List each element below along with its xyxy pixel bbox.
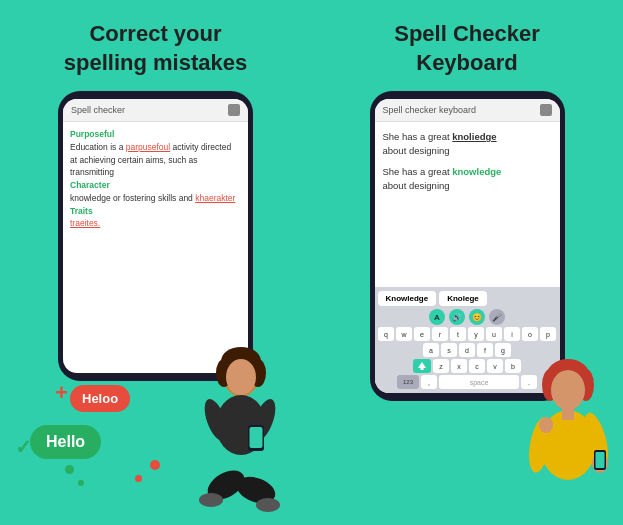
- left-phone: Spell checker Purposeful Education is a …: [58, 91, 253, 381]
- left-panel: Correct yourspelling mistakes Spell chec…: [0, 0, 311, 525]
- svg-point-13: [256, 498, 280, 512]
- key-voice-icon[interactable]: 🎤: [489, 309, 505, 325]
- key-emoji-icon[interactable]: 😊: [469, 309, 485, 325]
- wrong-word-1: parpusefoul: [126, 142, 170, 152]
- key-r[interactable]: r: [432, 327, 448, 341]
- key-e[interactable]: e: [414, 327, 430, 341]
- correct-rest: about designing: [383, 180, 450, 191]
- line2-text: at achieving certain aims, such as trans…: [70, 155, 198, 178]
- key-o[interactable]: o: [522, 327, 538, 341]
- key-space[interactable]: space: [439, 375, 519, 389]
- correct-sentence-start: She has a great: [383, 166, 453, 177]
- key-p[interactable]: p: [540, 327, 556, 341]
- line1-text: Education is a parpusefoul activity dire…: [70, 142, 231, 152]
- icon-row: A 🔊 😊 🎤: [378, 309, 557, 325]
- bubble-hello: Hello: [30, 425, 101, 459]
- thumb-icon: [228, 104, 240, 116]
- dot-green-2: [78, 480, 84, 486]
- key-i[interactable]: i: [504, 327, 520, 341]
- key-a[interactable]: a: [423, 343, 439, 357]
- spell-content: Purposeful Education is a parpusefoul ac…: [63, 122, 248, 373]
- label-traits: Traits: [70, 206, 93, 216]
- suggestion-knowledge[interactable]: Knowledge: [378, 291, 437, 306]
- suggestion-knolege[interactable]: Knolege: [439, 291, 487, 306]
- svg-rect-21: [562, 405, 574, 420]
- label-character: Character: [70, 180, 110, 190]
- person-right: [518, 355, 618, 525]
- key-c[interactable]: c: [469, 359, 485, 373]
- key-g[interactable]: g: [495, 343, 511, 357]
- right-thumb-icon: [540, 104, 552, 116]
- key-d[interactable]: d: [459, 343, 475, 357]
- key-s[interactable]: s: [441, 343, 457, 357]
- svg-point-27: [539, 417, 553, 433]
- svg-point-19: [551, 370, 585, 410]
- svg-point-4: [226, 359, 256, 395]
- correct-word: knowledge: [452, 166, 501, 177]
- svg-point-12: [199, 493, 223, 507]
- key-x[interactable]: x: [451, 359, 467, 373]
- right-phone-screen: Spell checker keyboard She has a great k…: [375, 99, 560, 393]
- left-phone-screen: Spell checker Purposeful Education is a …: [63, 99, 248, 373]
- incorrect-sentence-start: She has a great: [383, 131, 453, 142]
- key-v[interactable]: v: [487, 359, 503, 373]
- left-title: Correct yourspelling mistakes: [64, 20, 247, 77]
- svg-rect-9: [250, 427, 263, 448]
- right-topbar-label: Spell checker keyboard: [383, 105, 477, 115]
- person-left: [186, 345, 296, 525]
- wrong-word-2: khaerakter: [195, 193, 235, 203]
- incorrect-line: She has a great knoliedge about designin…: [383, 130, 552, 159]
- right-panel: Spell CheckerKeyboard Spell checker keyb…: [311, 0, 623, 525]
- key-shift[interactable]: [413, 359, 431, 373]
- incorrect-rest: about designing: [383, 145, 450, 156]
- left-topbar-label: Spell checker: [71, 105, 125, 115]
- key-y[interactable]: y: [468, 327, 484, 341]
- key-letter-icon[interactable]: A: [429, 309, 445, 325]
- wrong-word-3: traeites.: [70, 218, 100, 228]
- key-u[interactable]: u: [486, 327, 502, 341]
- key-w[interactable]: w: [396, 327, 412, 341]
- dot-red-1: [150, 460, 160, 470]
- svg-marker-14: [418, 362, 426, 368]
- right-topbar: Spell checker keyboard: [375, 99, 560, 122]
- right-title: Spell CheckerKeyboard: [394, 20, 540, 77]
- key-row-1: q w e r t y u i o p: [378, 327, 557, 341]
- plus-sign: +: [55, 380, 68, 406]
- correct-line: She has a great knowledge about designin…: [383, 165, 552, 194]
- svg-rect-26: [596, 452, 605, 468]
- key-t[interactable]: t: [450, 327, 466, 341]
- suggestion-row: Knowledge Knolege: [378, 291, 557, 306]
- left-topbar: Spell checker: [63, 99, 248, 122]
- key-mic-icon[interactable]: 🔊: [449, 309, 465, 325]
- key-comma[interactable]: ,: [421, 375, 437, 389]
- line3-text: knowledge or fostering skills and khaera…: [70, 193, 235, 203]
- spell-checker-content: She has a great knoliedge about designin…: [375, 122, 560, 287]
- key-f[interactable]: f: [477, 343, 493, 357]
- dot-red-2: [135, 475, 142, 482]
- dot-green-1: [65, 465, 74, 474]
- bubble-area: + Heloo ✓ Hello: [10, 375, 205, 495]
- incorrect-word: knoliedge: [452, 131, 496, 142]
- bubble-heloo: Heloo: [70, 385, 130, 412]
- svg-rect-15: [421, 368, 424, 370]
- label-purposeful: Purposeful: [70, 129, 114, 139]
- key-z[interactable]: z: [433, 359, 449, 373]
- key-q[interactable]: q: [378, 327, 394, 341]
- key-123[interactable]: 123: [397, 375, 419, 389]
